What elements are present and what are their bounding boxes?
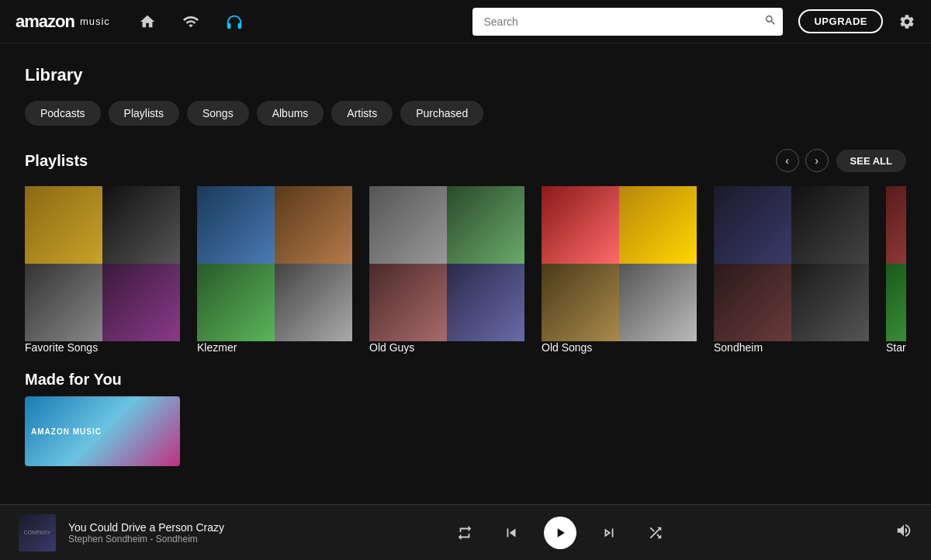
cover-cell bbox=[447, 264, 524, 341]
headphones-button[interactable] bbox=[220, 8, 248, 36]
playlist-name-klezmer: Klezmer bbox=[197, 341, 352, 354]
player-artist-album: Stephen Sondheim - Sondheim bbox=[68, 534, 224, 544]
logo: amazon music bbox=[16, 12, 110, 32]
playlist-name-old-guys: Old Guys bbox=[369, 341, 524, 354]
playlist-item-starred[interactable]: Starred bbox=[886, 186, 906, 354]
search-bar bbox=[472, 8, 783, 36]
cover-cell bbox=[25, 264, 102, 341]
player-artist-name: Stephen Sondheim bbox=[68, 534, 147, 544]
playlist-name-favorite: Favorite Songs bbox=[25, 341, 180, 354]
cover-cell bbox=[275, 186, 352, 264]
playlist-cover-sondheim bbox=[714, 186, 869, 341]
cover-cell bbox=[886, 264, 906, 341]
playlists-see-all-button[interactable]: SEE ALL bbox=[836, 150, 906, 172]
cover-cell bbox=[102, 264, 180, 341]
playlist-name-starred: Starred bbox=[886, 341, 906, 354]
playlist-item-klezmer[interactable]: Klezmer bbox=[197, 186, 352, 354]
playlists-prev-button[interactable]: ‹ bbox=[776, 149, 799, 172]
nav-icons bbox=[133, 8, 248, 36]
cover-cell bbox=[791, 264, 869, 341]
playlist-grid: Favorite Songs Klezmer bbox=[25, 186, 906, 354]
playlists-section: Playlists ‹ › SEE ALL Favorite Songs bbox=[25, 149, 906, 354]
playlists-next-button[interactable]: › bbox=[805, 149, 829, 172]
cover-cell bbox=[369, 264, 447, 341]
player-controls bbox=[237, 517, 883, 549]
cover-cell bbox=[542, 264, 619, 341]
player-track-name: You Could Drive a Person Crazy bbox=[68, 521, 224, 534]
player-album-art: COMPANY bbox=[19, 514, 56, 551]
playlist-cover-klezmer bbox=[197, 186, 352, 341]
playlist-item-old-songs[interactable]: Old Songs bbox=[542, 186, 697, 354]
cover-cell bbox=[102, 186, 180, 264]
play-icon bbox=[552, 525, 568, 541]
cover-cell bbox=[886, 186, 906, 264]
cover-cell bbox=[197, 186, 275, 264]
cover-cell bbox=[714, 186, 791, 264]
cover-cell bbox=[791, 186, 869, 264]
filter-artists[interactable]: Artists bbox=[331, 101, 393, 126]
cover-cell bbox=[369, 186, 447, 264]
library-title: Library bbox=[25, 65, 906, 85]
repeat-icon bbox=[456, 524, 473, 541]
volume-icon bbox=[895, 522, 912, 539]
playlist-cover-starred bbox=[886, 186, 906, 341]
radio-button[interactable] bbox=[177, 8, 205, 36]
cover-cell bbox=[447, 186, 524, 264]
playlist-cover-old-guys bbox=[369, 186, 524, 341]
player-track-info: You Could Drive a Person Crazy Stephen S… bbox=[68, 521, 224, 544]
amazon-logo-text: amazon bbox=[16, 12, 74, 32]
cover-cell bbox=[714, 264, 791, 341]
cover-cell bbox=[542, 186, 619, 264]
playlist-item-favorite-songs[interactable]: Favorite Songs bbox=[25, 186, 180, 354]
gear-icon bbox=[898, 13, 915, 30]
cover-cell bbox=[619, 186, 697, 264]
playlist-cover-old-songs bbox=[542, 186, 697, 341]
filter-podcasts[interactable]: Podcasts bbox=[25, 101, 101, 126]
playlist-item-old-guys[interactable]: Old Guys bbox=[369, 186, 524, 354]
cover-cell bbox=[619, 264, 697, 341]
player-separator: - bbox=[150, 534, 155, 544]
skip-forward-button[interactable] bbox=[595, 519, 623, 547]
shuffle-button[interactable] bbox=[642, 519, 670, 547]
playlist-cover-favorite bbox=[25, 186, 180, 341]
made-for-you-title: Made for You bbox=[25, 371, 906, 389]
volume-button[interactable] bbox=[895, 522, 912, 543]
filter-albums[interactable]: Albums bbox=[257, 101, 324, 126]
playlist-name-old-songs: Old Songs bbox=[542, 341, 697, 354]
search-input[interactable] bbox=[472, 8, 783, 36]
made-for-you-logo-text: amazon music bbox=[31, 427, 102, 436]
search-icon bbox=[764, 14, 777, 26]
repeat-button[interactable] bbox=[451, 519, 479, 547]
navbar: amazon music UPGRADE bbox=[0, 0, 931, 43]
made-for-you-section: Made for You amazon music bbox=[25, 371, 906, 466]
filter-pills: Podcasts Playlists Songs Albums Artists … bbox=[25, 101, 906, 126]
filter-purchased[interactable]: Purchased bbox=[400, 101, 483, 126]
home-button[interactable] bbox=[133, 8, 161, 36]
music-logo-text: music bbox=[80, 16, 110, 27]
main-content: Library Podcasts Playlists Songs Albums … bbox=[0, 43, 931, 504]
skip-back-icon bbox=[503, 524, 520, 541]
cover-cell bbox=[197, 264, 275, 341]
cover-cell bbox=[25, 186, 102, 264]
filter-playlists[interactable]: Playlists bbox=[109, 101, 179, 126]
player-album-name: Sondheim bbox=[156, 534, 198, 544]
filter-songs[interactable]: Songs bbox=[187, 101, 249, 126]
player-bar: COMPANY You Could Drive a Person Crazy S… bbox=[0, 504, 931, 560]
skip-forward-icon bbox=[600, 524, 618, 541]
play-button[interactable] bbox=[544, 517, 576, 549]
settings-button[interactable] bbox=[898, 13, 915, 30]
search-icon-button[interactable] bbox=[764, 14, 777, 29]
made-for-you-card[interactable]: amazon music bbox=[25, 396, 180, 466]
playlist-name-sondheim: Sondheim bbox=[714, 341, 869, 354]
skip-back-button[interactable] bbox=[497, 519, 525, 547]
cover-cell bbox=[275, 264, 352, 341]
playlist-item-sondheim[interactable]: Sondheim bbox=[714, 186, 869, 354]
playlists-section-title: Playlists bbox=[25, 152, 770, 170]
shuffle-icon bbox=[647, 524, 664, 541]
upgrade-button[interactable]: UPGRADE bbox=[798, 9, 883, 33]
playlists-section-header: Playlists ‹ › SEE ALL bbox=[25, 149, 906, 172]
